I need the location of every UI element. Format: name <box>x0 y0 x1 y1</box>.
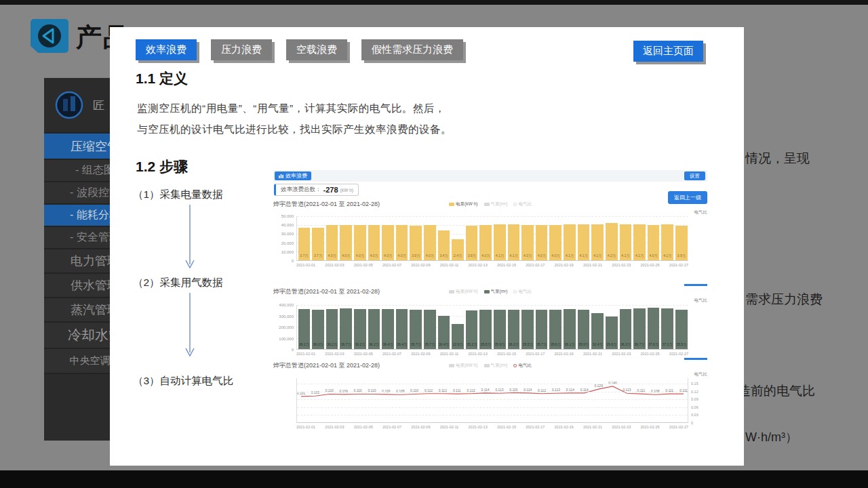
legend-item[interactable]: 气量(m³) <box>484 201 508 207</box>
bars-area: 36.1万36.0万36.2万36.7万36.2万36.2万36.4万36.4万… <box>296 305 688 350</box>
chart-title: 烨宇总管道(2021-02-01 至 2021-02-28) <box>273 361 449 370</box>
top-black-bar <box>0 0 868 5</box>
clipped-blue-button <box>684 284 707 286</box>
step-1: （1）采集电量数据 <box>133 188 223 202</box>
x-axis-tick: 2021-02-13 <box>469 263 488 267</box>
back-arrow-icon <box>35 21 64 51</box>
legend-label: 电量(kW·h) <box>456 363 478 369</box>
y-axis-tick: 100,000 <box>279 337 294 341</box>
settings-button[interactable]: 设置 <box>684 171 705 180</box>
tab-inactive[interactable]: 假性需求压力浪费 <box>361 39 463 60</box>
tab-active[interactable]: 效率浪费 <box>136 39 197 60</box>
x-axis-tick: 2021-02-23 <box>612 352 631 356</box>
legend-swatch <box>449 290 454 293</box>
chart-legend: 电量(kW·h)气量(m³)电气比 <box>449 201 532 207</box>
right-axis-label: 电气比 <box>694 298 708 304</box>
x-axis-tick: 2021-02-11 <box>440 425 459 429</box>
x-axis-tick: 2021-02-23 <box>612 263 631 267</box>
x-axis-tick: 2021-02-27 <box>669 425 688 429</box>
x-axis: 2021-02-012021-02-032021-02-052021-02-07… <box>296 350 688 356</box>
x-axis-tick: 2021-02-07 <box>382 352 401 356</box>
waste-total-label: 效率浪费总数： <box>281 186 321 194</box>
right-axis-tick: 0 <box>691 421 693 425</box>
x-axis-tick: 2021-02-21 <box>583 352 602 356</box>
x-axis-tick: 2021-02-13 <box>469 352 488 356</box>
back-icon[interactable] <box>31 19 68 53</box>
legend-swatch <box>449 364 454 367</box>
x-axis-tick: 2021-02-19 <box>555 263 574 267</box>
x-axis-tick: 2021-02-15 <box>497 352 516 356</box>
definition-text: 监测空压机的“用电量”、“用气量”，计算其实际的电气比。然后， <box>137 102 446 116</box>
waste-total-unit: (kW·h) <box>340 188 354 192</box>
brand-logo-icon <box>55 91 83 119</box>
x-axis-tick: 2021-02-27 <box>669 352 688 356</box>
definition-heading: 1.1 定义 <box>136 69 188 88</box>
down-arrow-icon <box>184 293 195 358</box>
right-axis-label: 电气比 <box>694 371 708 378</box>
chart-legend: 电量(kW·h)气量(m³)电气比 <box>449 289 532 295</box>
x-axis-tick: 2021-02-17 <box>526 352 545 356</box>
down-arrow-icon <box>184 205 195 270</box>
x-axis-tick: 2021-02-17 <box>526 425 545 429</box>
y-axis-tick: 0 <box>292 259 294 263</box>
steps-heading: 1.2 步骤 <box>136 157 188 176</box>
chart-ratio: 烨宇总管道(2021-02-01 至 2021-02-28) 电量(kW·h)气… <box>273 361 707 432</box>
legend-item[interactable]: 气量(m³) <box>484 289 508 295</box>
legend-label: 电气比 <box>518 289 532 295</box>
y-axis-tick: 400,000 <box>279 303 294 307</box>
y-axis-tick: 40,000 <box>281 223 294 227</box>
chart-plot-area: 400,000300,000200,000100,000036.1万36.0万3… <box>296 305 688 350</box>
chart-title: 烨宇总管道(2021-02-01 至 2021-02-28) <box>273 200 449 209</box>
legend-swatch <box>513 203 517 206</box>
x-axis-tick: 2021-02-19 <box>555 352 574 356</box>
legend-item[interactable]: 电气比 <box>513 289 532 295</box>
x-axis-tick: 2021-02-01 <box>296 425 315 429</box>
step-3: （3）自动计算电气比 <box>133 374 233 388</box>
x-axis-tick: 2021-02-17 <box>526 263 545 267</box>
legend-item[interactable]: 气量(m³) <box>484 363 508 369</box>
legend-swatch <box>513 290 517 293</box>
bar: 35.5万 <box>675 305 688 349</box>
chart-gas: 烨宇总管道(2021-02-01 至 2021-02-28) 电量(kW·h)气… <box>273 287 707 359</box>
legend-label: 气量(m³) <box>491 289 508 295</box>
waste-total-box: 效率浪费总数： -278 (kW·h) <box>274 184 359 196</box>
right-axis-tick: 0.15 <box>691 382 698 386</box>
x-axis-tick: 2021-02-05 <box>354 263 373 267</box>
return-main-button[interactable]: 返回主页面 <box>633 41 703 62</box>
chart-electricity: 效率浪费 设置 效率浪费总数： -278 (kW·h) 返回上一级 烨宇总管道(… <box>273 170 707 277</box>
chart-title: 烨宇总管道(2021-02-01 至 2021-02-28) <box>273 287 449 296</box>
x-axis: 2021-02-012021-02-032021-02-052021-02-07… <box>296 261 688 267</box>
legend-item[interactable]: 电量(kW·h) <box>449 289 478 295</box>
waste-total-value: -278 <box>323 186 338 194</box>
x-axis-tick: 2021-02-27 <box>669 263 688 267</box>
legend-label: 气量(m³) <box>491 363 508 369</box>
right-axis-tick: 0.06 <box>691 405 698 409</box>
clipped-text-fragment: 需求压力浪费 <box>745 291 823 308</box>
clipped-text-fragment: 情况，呈现 <box>745 150 810 167</box>
svg-text:0.129: 0.129 <box>594 384 603 388</box>
content-panel: 效率浪费压力浪费空载浪费假性需求压力浪费 返回主页面 1.1 定义 监测空压机的… <box>110 27 744 466</box>
chart-legend: 电量(kW·h)气量(m³)电气比 <box>449 363 532 369</box>
definition-text: 与空压机的设计电气比进行比较，找出实际产生效率浪费的设备。 <box>137 123 452 137</box>
mini-bar-chart-icon <box>279 174 283 178</box>
bar: 3.9万 <box>675 216 688 260</box>
y-axis-tick: 300,000 <box>279 314 294 319</box>
legend-item[interactable]: 电量(kW·h) <box>449 201 478 207</box>
step-2: （2）采集用气数据 <box>133 276 223 290</box>
legend-item[interactable]: 电量(kW·h) <box>449 363 478 369</box>
legend-item[interactable]: 电气比 <box>513 201 532 207</box>
legend-item[interactable]: 电气比 <box>513 363 532 369</box>
right-axis-tick: 0.12 <box>691 390 698 394</box>
legend-label: 电气比 <box>518 363 532 369</box>
legend-label: 电量(kW·h) <box>456 201 478 207</box>
x-axis-tick: 2021-02-09 <box>411 425 430 429</box>
ratio-line-svg: 0.1010.1030.1100.1090.1100.1100.1090.108… <box>297 378 688 423</box>
x-axis-tick: 2021-02-23 <box>612 425 631 429</box>
x-axis-tick: 2021-02-15 <box>497 263 516 267</box>
x-axis-tick: 2021-02-13 <box>469 425 488 429</box>
chart-title-row: 烨宇总管道(2021-02-01 至 2021-02-28) 电量(kW·h)气… <box>273 361 707 370</box>
tab-inactive[interactable]: 压力浪费 <box>211 39 272 60</box>
right-axis-tick: 0.03 <box>691 413 698 417</box>
tab-inactive[interactable]: 空载浪费 <box>286 39 347 60</box>
x-axis-tick: 2021-02-03 <box>325 425 344 429</box>
